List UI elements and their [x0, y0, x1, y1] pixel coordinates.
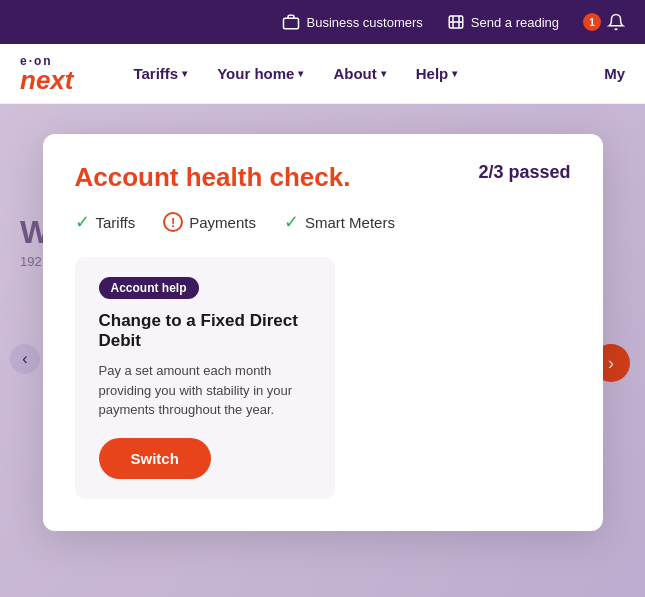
help-label: Help — [416, 65, 449, 82]
send-reading-link[interactable]: Send a reading — [447, 13, 559, 31]
check-payments: ! Payments — [163, 212, 256, 232]
checks-row: ✓ Tariffs ! Payments ✓ Smart Meters — [75, 211, 571, 233]
nav-bar: e·on next Tariffs ▾ Your home ▾ About ▾ … — [0, 44, 645, 104]
tariffs-chevron-icon: ▾ — [182, 68, 187, 79]
account-help-card: Account help Change to a Fixed Direct De… — [75, 257, 335, 499]
checkmark-smart-meters-icon: ✓ — [284, 211, 299, 233]
about-chevron-icon: ▾ — [381, 68, 386, 79]
send-reading-label: Send a reading — [471, 15, 559, 30]
check-smart-meters-label: Smart Meters — [305, 214, 395, 231]
eon-next-logo[interactable]: e·on next — [20, 55, 73, 93]
warning-payments-icon: ! — [163, 212, 183, 232]
check-payments-label: Payments — [189, 214, 256, 231]
nav-tariffs[interactable]: Tariffs ▾ — [133, 65, 187, 82]
your-home-chevron-icon: ▾ — [298, 68, 303, 79]
briefcase-icon — [282, 13, 300, 31]
about-label: About — [333, 65, 376, 82]
top-bar: Business customers Send a reading 1 — [0, 0, 645, 44]
card-tag: Account help — [99, 277, 199, 299]
notification-count: 1 — [583, 13, 601, 31]
modal-title: Account health check. — [75, 162, 351, 193]
modal-header: Account health check. 2/3 passed — [75, 162, 571, 193]
business-customers-link[interactable]: Business customers — [282, 13, 422, 31]
check-tariffs-label: Tariffs — [96, 214, 136, 231]
nav-help[interactable]: Help ▾ — [416, 65, 458, 82]
card-title: Change to a Fixed Direct Debit — [99, 311, 311, 351]
account-health-check-modal: Account health check. 2/3 passed ✓ Tarif… — [43, 134, 603, 531]
passed-count: 2/3 passed — [478, 162, 570, 183]
card-description: Pay a set amount each month providing yo… — [99, 361, 311, 420]
check-tariffs: ✓ Tariffs — [75, 211, 136, 233]
business-customers-label: Business customers — [306, 15, 422, 30]
tariffs-label: Tariffs — [133, 65, 178, 82]
bell-icon — [607, 13, 625, 31]
switch-button[interactable]: Switch — [99, 438, 211, 479]
help-chevron-icon: ▾ — [452, 68, 457, 79]
nav-your-home[interactable]: Your home ▾ — [217, 65, 303, 82]
nav-about[interactable]: About ▾ — [333, 65, 385, 82]
my-label: My — [604, 65, 625, 82]
meter-icon — [447, 13, 465, 31]
modal-overlay: Account health check. 2/3 passed ✓ Tarif… — [0, 104, 645, 597]
logo-next-text: next — [20, 67, 73, 93]
nav-my[interactable]: My — [604, 65, 625, 82]
notification-bell[interactable]: 1 — [583, 13, 625, 31]
svg-rect-0 — [284, 18, 299, 29]
your-home-label: Your home — [217, 65, 294, 82]
check-smart-meters: ✓ Smart Meters — [284, 211, 395, 233]
checkmark-tariffs-icon: ✓ — [75, 211, 90, 233]
